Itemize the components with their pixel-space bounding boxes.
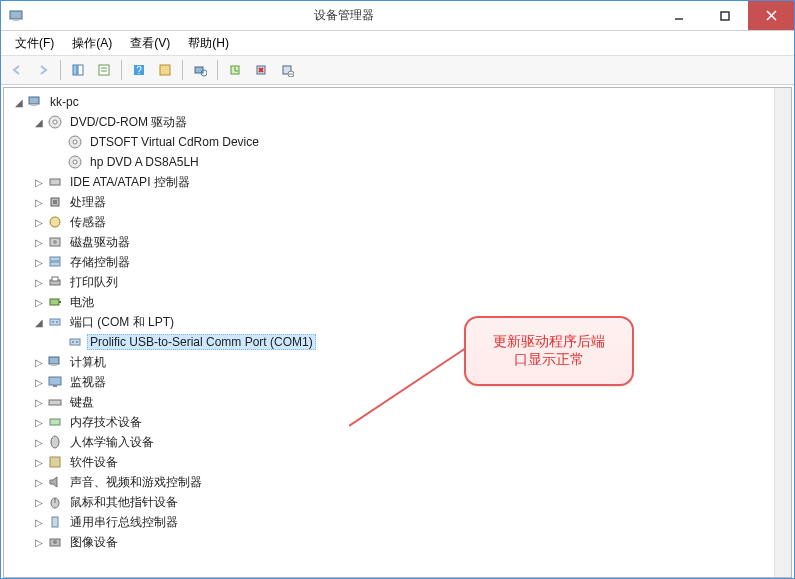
- svg-point-44: [52, 321, 54, 323]
- svg-rect-53: [49, 400, 61, 405]
- svg-rect-37: [50, 257, 60, 261]
- expand-icon[interactable]: ▷: [32, 535, 46, 549]
- uninstall-button[interactable]: [249, 58, 273, 82]
- svg-rect-14: [195, 67, 203, 73]
- expand-icon[interactable]: ▷: [32, 515, 46, 529]
- tree-node-mouse[interactable]: ▷ 鼠标和其他指针设备: [6, 492, 789, 512]
- toolbar-separator: [182, 60, 183, 80]
- expand-icon[interactable]: ▷: [32, 195, 46, 209]
- show-hide-tree-button[interactable]: [66, 58, 90, 82]
- svg-rect-38: [50, 262, 60, 266]
- expand-icon[interactable]: ▷: [32, 175, 46, 189]
- tree-node-label: 通用串行总线控制器: [67, 513, 181, 532]
- dvd-icon: [47, 114, 63, 130]
- port-icon: [67, 334, 83, 350]
- tree-node-storage[interactable]: ▷ 存储控制器: [6, 252, 789, 272]
- tree-node-cpu[interactable]: ▷ 处理器: [6, 192, 789, 212]
- port-icon: [47, 314, 63, 330]
- toolbar-separator: [217, 60, 218, 80]
- tree-node-disk[interactable]: ▷ 磁盘驱动器: [6, 232, 789, 252]
- expand-icon[interactable]: ▷: [32, 475, 46, 489]
- tree-node-battery[interactable]: ▷ 电池: [6, 292, 789, 312]
- tree-node-computer[interactable]: ▷ 计算机: [6, 352, 789, 372]
- svg-rect-42: [59, 301, 61, 303]
- tree-node-label: 存储控制器: [67, 253, 133, 272]
- svg-rect-33: [53, 200, 57, 204]
- expand-icon[interactable]: ▷: [32, 215, 46, 229]
- expand-icon[interactable]: ▷: [32, 295, 46, 309]
- tree-node-dvd-child[interactable]: hp DVD A DS8A5LH: [6, 152, 789, 172]
- expand-icon[interactable]: ▷: [32, 375, 46, 389]
- tree-root[interactable]: ◢ kk-pc: [6, 92, 789, 112]
- svg-rect-13: [160, 65, 170, 75]
- close-button[interactable]: [748, 1, 794, 30]
- expand-icon[interactable]: ▷: [32, 255, 46, 269]
- tree-node-dvd-child[interactable]: DTSOFT Virtual CdRom Device: [6, 132, 789, 152]
- collapse-icon[interactable]: ◢: [32, 315, 46, 329]
- device-tree-panel: ◢ kk-pc ◢ DVD/CD-ROM 驱动器 DTSOFT Virtual …: [3, 87, 792, 578]
- annotation-callout: 更新驱动程序后端 口显示正常: [464, 316, 634, 386]
- svg-point-26: [53, 120, 57, 124]
- collapse-icon[interactable]: ◢: [12, 95, 26, 109]
- tree-node-memtech[interactable]: ▷ 内存技术设备: [6, 412, 789, 432]
- tree-node-label: 电池: [67, 293, 97, 312]
- window-buttons: [656, 1, 794, 30]
- device-tree[interactable]: ◢ kk-pc ◢ DVD/CD-ROM 驱动器 DTSOFT Virtual …: [4, 88, 791, 556]
- svg-point-30: [73, 160, 77, 164]
- expand-icon[interactable]: ▷: [32, 415, 46, 429]
- tree-node-sensor[interactable]: ▷ 传感器: [6, 212, 789, 232]
- expand-icon[interactable]: ▷: [32, 395, 46, 409]
- help-button[interactable]: ?: [127, 58, 151, 82]
- svg-rect-49: [49, 357, 59, 364]
- menu-help[interactable]: 帮助(H): [180, 33, 237, 54]
- expand-icon[interactable]: ▷: [32, 355, 46, 369]
- tree-node-sound[interactable]: ▷ 声音、视频和游戏控制器: [6, 472, 789, 492]
- menu-action[interactable]: 操作(A): [64, 33, 120, 54]
- expand-icon[interactable]: ▷: [32, 495, 46, 509]
- menu-view[interactable]: 查看(V): [122, 33, 178, 54]
- tree-node-hid[interactable]: ▷ 人体学输入设备: [6, 432, 789, 452]
- printer-icon: [47, 274, 63, 290]
- tree-node-label: kk-pc: [47, 94, 82, 110]
- tree-node-label: 鼠标和其他指针设备: [67, 493, 181, 512]
- scan-hardware-button[interactable]: [188, 58, 212, 82]
- svg-point-28: [73, 140, 77, 144]
- expand-icon[interactable]: ▷: [32, 435, 46, 449]
- tree-node-monitor[interactable]: ▷ 监视器: [6, 372, 789, 392]
- app-icon: [1, 8, 31, 24]
- tree-node-keyboard[interactable]: ▷ 键盘: [6, 392, 789, 412]
- tree-node-label-selected: Prolific USB-to-Serial Comm Port (COM1): [87, 334, 316, 350]
- tree-node-port-child[interactable]: Prolific USB-to-Serial Comm Port (COM1): [6, 332, 789, 352]
- software-icon: [47, 454, 63, 470]
- tree-node-software[interactable]: ▷ 软件设备: [6, 452, 789, 472]
- battery-icon: [47, 294, 63, 310]
- tree-node-usb[interactable]: ▷ 通用串行总线控制器: [6, 512, 789, 532]
- update-driver-button[interactable]: [223, 58, 247, 82]
- svg-rect-40: [52, 277, 58, 281]
- action-button[interactable]: [153, 58, 177, 82]
- minimize-button[interactable]: [656, 1, 702, 30]
- svg-rect-23: [29, 97, 39, 104]
- maximize-button[interactable]: [702, 1, 748, 30]
- computer-icon: [47, 354, 63, 370]
- tree-node-dvd[interactable]: ◢ DVD/CD-ROM 驱动器: [6, 112, 789, 132]
- tree-node-label: 软件设备: [67, 453, 121, 472]
- expand-icon[interactable]: ▷: [32, 275, 46, 289]
- expand-icon[interactable]: ▷: [32, 235, 46, 249]
- svg-point-48: [76, 341, 78, 343]
- tree-node-imaging[interactable]: ▷ 图像设备: [6, 532, 789, 552]
- svg-point-34: [50, 217, 60, 227]
- tree-node-ide[interactable]: ▷ IDE ATA/ATAPI 控制器: [6, 172, 789, 192]
- collapse-icon[interactable]: ◢: [32, 115, 46, 129]
- toolbar: ?: [1, 55, 794, 85]
- disable-button[interactable]: [275, 58, 299, 82]
- svg-rect-8: [99, 65, 109, 75]
- properties-button[interactable]: [92, 58, 116, 82]
- tree-node-ports[interactable]: ◢ 端口 (COM 和 LPT): [6, 312, 789, 332]
- storage-icon: [47, 254, 63, 270]
- vertical-scrollbar[interactable]: [774, 88, 791, 577]
- expand-icon[interactable]: ▷: [32, 455, 46, 469]
- tree-node-printq[interactable]: ▷ 打印队列: [6, 272, 789, 292]
- menu-file[interactable]: 文件(F): [7, 33, 62, 54]
- back-button: [5, 58, 29, 82]
